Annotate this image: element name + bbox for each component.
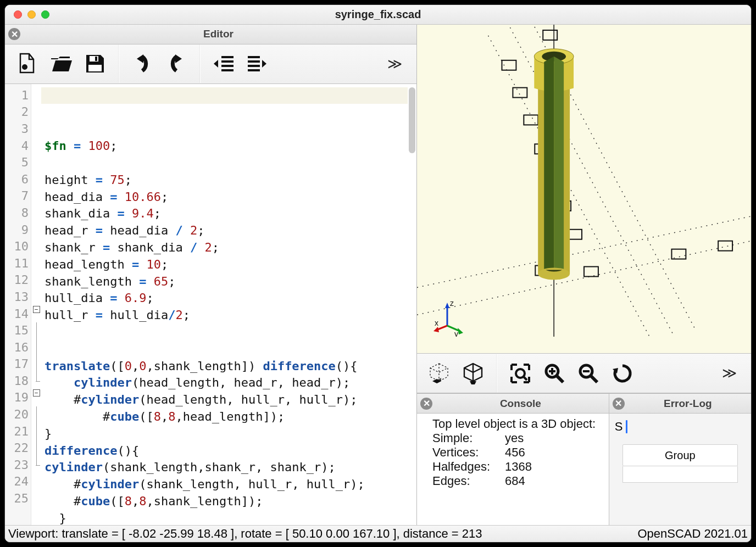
svg-marker-30 [458, 328, 463, 334]
separator [118, 44, 119, 83]
console-row: Edges:684 [423, 474, 603, 488]
indent-button[interactable] [243, 51, 272, 76]
reset-view-button[interactable] [608, 361, 637, 386]
preview-render [417, 25, 751, 337]
fold-column[interactable]: −− [31, 84, 41, 526]
bottom-panels: ✕ Console Top level object is a 3D objec… [417, 393, 751, 525]
status-bar: Viewport: translate = [ -8.02 -25.99 18.… [5, 525, 751, 542]
console-output[interactable]: Top level object is a 3D object: Simple:… [417, 414, 609, 525]
viewport-status-text: Viewport: translate = [ -8.02 -25.99 18.… [8, 527, 482, 541]
titlebar: syringe_fix.scad [5, 5, 751, 25]
separator [496, 354, 497, 393]
text-cursor-icon [626, 420, 627, 433]
console-row-label: Edges: [423, 474, 505, 488]
svg-line-37 [557, 376, 563, 382]
editor-panel: ✕ Editor [5, 25, 417, 526]
console-heading: Top level object is a 3D object: [423, 417, 603, 431]
editor-tab-label: Editor [20, 28, 416, 40]
svg-rect-19 [671, 249, 686, 259]
fold-toggle-icon[interactable]: − [33, 389, 40, 397]
viewer-toolbar: ≫ [417, 354, 751, 393]
errorlog-table-body[interactable] [622, 466, 738, 483]
right-column: z x y [417, 25, 751, 526]
zoom-window-icon[interactable] [41, 10, 49, 19]
svg-text:y: y [454, 330, 458, 337]
svg-marker-28 [433, 327, 439, 332]
window-controls [5, 10, 49, 19]
svg-text:x: x [435, 319, 438, 327]
svg-point-34 [516, 369, 525, 378]
console-panel: ✕ Console Top level object is a 3D objec… [417, 394, 609, 525]
app-window: syringe_fix.scad ✕ Editor [4, 4, 752, 543]
errorlog-panel: ✕ Error-Log S Group [609, 394, 751, 525]
svg-rect-2 [95, 57, 97, 61]
console-row: Simple:yes [423, 431, 603, 445]
console-row: Halfedges:1368 [423, 460, 603, 474]
svg-line-41 [591, 376, 597, 382]
editor-toolbar: ≫ [5, 44, 416, 84]
close-icon[interactable]: ✕ [613, 398, 625, 410]
errorlog-filter-text: S [615, 420, 623, 434]
window-title: syringe_fix.scad [5, 8, 751, 21]
preview-viewport[interactable]: z x y [417, 25, 751, 354]
open-file-button[interactable] [47, 51, 75, 76]
console-row-label: Vertices: [423, 445, 505, 460]
errorlog-body: S Group [609, 414, 751, 525]
render-button[interactable] [459, 361, 487, 386]
code-area[interactable]: $fn = 100; height = 75; head_dia = 10.66… [41, 84, 416, 526]
preview-button[interactable] [425, 361, 453, 386]
axes-indicator: z x y [433, 298, 472, 337]
unindent-button[interactable] [209, 51, 238, 76]
svg-rect-20 [718, 241, 732, 250]
svg-rect-18 [584, 266, 598, 276]
svg-rect-12 [524, 115, 538, 125]
console-row: Vertices:456 [423, 445, 603, 460]
undo-button[interactable] [128, 51, 157, 76]
zoom-out-button[interactable] [574, 361, 603, 386]
console-row-value: 456 [505, 445, 525, 460]
errorlog-tab-header: ✕ Error-Log [609, 394, 751, 414]
toolbar-overflow-button[interactable]: ≫ [715, 361, 743, 385]
console-row-value: 684 [505, 474, 525, 488]
console-row-label: Simple: [423, 431, 505, 445]
close-icon[interactable]: ✕ [8, 28, 20, 40]
line-number-gutter: 1234567891011121314151617181920212223242… [5, 84, 31, 526]
svg-text:z: z [450, 299, 454, 308]
svg-rect-9 [543, 30, 557, 40]
console-row-value: yes [505, 431, 524, 445]
close-icon[interactable]: ✕ [420, 398, 432, 410]
code-text[interactable]: $fn = 100; height = 75; head_dia = 10.66… [45, 138, 413, 525]
code-editor[interactable]: 1234567891011121314151617181920212223242… [5, 84, 416, 526]
svg-point-24 [538, 267, 570, 280]
console-row-value: 1368 [505, 460, 532, 474]
errorlog-column-header[interactable]: Group [622, 444, 738, 466]
app-version-text: OpenSCAD 2021.01 [637, 527, 748, 541]
console-tab-header: ✕ Console [417, 394, 609, 414]
editor-tab-header: ✕ Editor [5, 25, 416, 44]
svg-line-35 [524, 377, 527, 380]
current-line-highlight [41, 87, 408, 104]
console-row-label: Halfedges: [423, 460, 505, 474]
new-file-button[interactable] [13, 51, 41, 76]
redo-button[interactable] [162, 51, 191, 76]
svg-rect-11 [513, 87, 527, 97]
save-button[interactable] [81, 51, 109, 76]
minimize-window-icon[interactable] [27, 10, 36, 19]
main-area: ✕ Editor [5, 25, 751, 526]
console-tab-label: Console [432, 398, 609, 410]
close-window-icon[interactable] [14, 10, 22, 19]
svg-marker-26 [445, 303, 449, 308]
errorlog-filter-input[interactable]: S [615, 419, 631, 434]
zoom-in-button[interactable] [540, 361, 569, 386]
fold-toggle-icon[interactable]: − [33, 306, 40, 313]
separator [199, 44, 201, 83]
errorlog-tab-label: Error-Log [625, 398, 751, 410]
svg-rect-3 [88, 65, 102, 71]
view-all-button[interactable] [506, 361, 535, 386]
toolbar-overflow-button[interactable]: ≫ [381, 52, 409, 76]
